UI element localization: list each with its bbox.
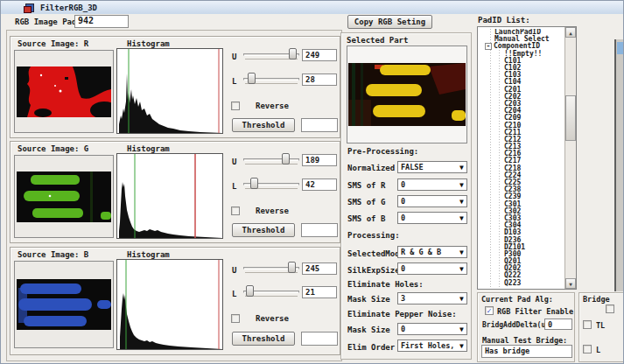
- u-value-field[interactable]: 245: [302, 262, 337, 275]
- dropdown-arrow-icon[interactable]: ▼: [457, 265, 466, 273]
- slider-thumb[interactable]: [282, 153, 290, 164]
- tree-item-p300[interactable]: P300: [478, 251, 564, 258]
- processing-label: Processing:: [347, 231, 400, 240]
- dropdown-arrow-icon[interactable]: ▼: [457, 214, 466, 222]
- tree-item-c239[interactable]: C239: [478, 193, 564, 200]
- tree-item-q202[interactable]: Q202: [478, 265, 564, 272]
- dropdown-arrow-icon[interactable]: ▼: [457, 181, 466, 189]
- title-bar[interactable]: FilterRGB_3D: [1, 1, 624, 14]
- slider-thumb[interactable]: [248, 73, 256, 84]
- dropdown-arrow-icon[interactable]: ▼: [457, 342, 466, 350]
- l-slider-r[interactable]: [243, 73, 299, 88]
- slider-thumb[interactable]: [289, 48, 297, 60]
- elim-order-combo[interactable]: First Holes,▼: [397, 340, 467, 352]
- reverse-checkbox[interactable]: [231, 314, 240, 323]
- tree-item-q223[interactable]: Q223: [478, 280, 564, 287]
- threshold-button[interactable]: Threshold: [232, 223, 295, 237]
- threshold-button[interactable]: Threshold: [232, 332, 295, 346]
- tree-item-c202[interactable]: C202: [478, 94, 564, 101]
- threshold-button[interactable]: Threshold: [232, 118, 295, 132]
- tree-item-c225[interactable]: C225: [478, 179, 564, 186]
- u-value-field[interactable]: 189: [302, 154, 337, 166]
- tree-item-c218[interactable]: C218: [478, 165, 564, 172]
- tree-item--empty-[interactable]: !!Empty!!: [478, 51, 564, 58]
- sms-of-b-combo[interactable]: 0▼: [397, 212, 467, 224]
- dropdown-arrow-icon[interactable]: ▼: [457, 295, 466, 303]
- u-slider-g[interactable]: [243, 153, 299, 168]
- tree-item-label[interactable]: Q223: [504, 280, 521, 287]
- tree-item-c301[interactable]: C301: [478, 201, 564, 208]
- tree-item-c211[interactable]: C211: [478, 130, 564, 136]
- mask-size-combo[interactable]: 3▼: [397, 292, 467, 304]
- tree-item-c212[interactable]: C212: [478, 136, 564, 144]
- u-slider-b[interactable]: [243, 262, 299, 276]
- scrollbar-thumb[interactable]: [565, 95, 576, 141]
- reverse-checkbox[interactable]: [231, 102, 240, 110]
- selectedmode-combo[interactable]: R & G & B▼: [397, 246, 467, 258]
- tree-item-c101[interactable]: C101: [478, 58, 564, 65]
- dropdown-arrow-icon[interactable]: ▼: [457, 164, 466, 172]
- cutoff-selection-highlight: [617, 42, 624, 54]
- tree-item-c216[interactable]: C216: [478, 150, 564, 158]
- tree-item-c224[interactable]: C224: [478, 172, 564, 179]
- channel-title: Source Image: G: [18, 144, 88, 153]
- app-icon: [25, 4, 34, 12]
- tree-item-c203[interactable]: C203: [478, 101, 564, 108]
- l-value-field[interactable]: 21: [302, 286, 337, 298]
- silkexpsize-combo[interactable]: 0▼: [397, 262, 467, 275]
- padid-tree[interactable]: LaunchPadIDManual Select-ComponentID!!Em…: [477, 26, 577, 290]
- tree-item-c201[interactable]: C201: [478, 87, 564, 94]
- reverse-checkbox[interactable]: [231, 206, 240, 215]
- slider-thumb[interactable]: [288, 262, 296, 273]
- tl-checkbox[interactable]: [583, 320, 592, 329]
- manual-test-bridge-field[interactable]: Has bridge: [481, 345, 572, 358]
- slider-thumb[interactable]: [250, 178, 258, 189]
- tree-item-c102[interactable]: C102: [478, 65, 564, 72]
- tree-item-dz101[interactable]: DZ101: [478, 244, 564, 251]
- l-slider-g[interactable]: [243, 178, 299, 192]
- collapse-icon[interactable]: -: [485, 43, 492, 50]
- u-slider-r[interactable]: [243, 48, 299, 63]
- tree-item-c213[interactable]: C213: [478, 144, 564, 150]
- dropdown-arrow-icon[interactable]: ▼: [457, 326, 466, 333]
- tree-item-d103[interactable]: D103: [478, 229, 564, 236]
- tree-item-c104[interactable]: C104: [478, 79, 564, 86]
- tree-item-q222[interactable]: Q222: [478, 272, 564, 279]
- scroll-up-icon[interactable]: ▲: [565, 27, 576, 38]
- tree-item-c303[interactable]: C303: [478, 215, 564, 222]
- l-checkbox[interactable]: [583, 345, 592, 354]
- tree-item-q201[interactable]: Q201: [478, 258, 564, 265]
- rgb-filter-enable-checkbox[interactable]: ✓: [485, 306, 494, 315]
- mask-size2-combo[interactable]: 0▼: [397, 323, 467, 335]
- sms-of-r-combo[interactable]: 0▼: [397, 178, 467, 191]
- scroll-down-icon[interactable]: ▼: [565, 278, 576, 289]
- mask-size-label: Mask Size: [347, 295, 390, 304]
- tree-item-c238[interactable]: C238: [478, 186, 564, 193]
- selectedmode-label: SelectedMode: [347, 249, 404, 258]
- l-value-field[interactable]: 28: [302, 74, 337, 86]
- padid-tree-rows: LaunchPadIDManual Select-ComponentID!!Em…: [478, 29, 564, 289]
- l-value-field[interactable]: 42: [302, 178, 337, 191]
- tree-item-c302[interactable]: C302: [478, 208, 564, 215]
- dropdown-arrow-icon[interactable]: ▼: [457, 248, 466, 256]
- sms-of-g-combo[interactable]: 0▼: [397, 195, 467, 207]
- mask-size2-label: Mask Size: [347, 326, 390, 334]
- slider-thumb[interactable]: [246, 285, 254, 297]
- bridge-add-delta-field[interactable]: 0: [544, 318, 572, 330]
- tree-item-c209[interactable]: C209: [478, 115, 564, 122]
- padid-value-field[interactable]: 942: [74, 15, 129, 28]
- manual-test-bridge-label: Manual Test Bridge:: [482, 336, 567, 345]
- tree-item-c217[interactable]: C217: [478, 158, 564, 164]
- tree-item-c204[interactable]: C204: [478, 108, 564, 115]
- u-value-field[interactable]: 249: [302, 49, 337, 61]
- tree-item-c210[interactable]: C210: [478, 122, 564, 129]
- tree-item-c103[interactable]: C103: [478, 72, 564, 79]
- l-slider-b[interactable]: [243, 285, 299, 300]
- normalized-combo[interactable]: FALSE▼: [397, 161, 467, 173]
- tree-scrollbar[interactable]: ▲ ▼: [564, 27, 576, 289]
- dropdown-arrow-icon[interactable]: ▼: [457, 198, 466, 206]
- tree-item-c304[interactable]: C304: [478, 222, 564, 229]
- bridge-checkbox[interactable]: [606, 304, 614, 313]
- tl-label: TL: [596, 321, 605, 330]
- copy-rgb-setting-button[interactable]: Copy RGB Seting: [347, 15, 432, 29]
